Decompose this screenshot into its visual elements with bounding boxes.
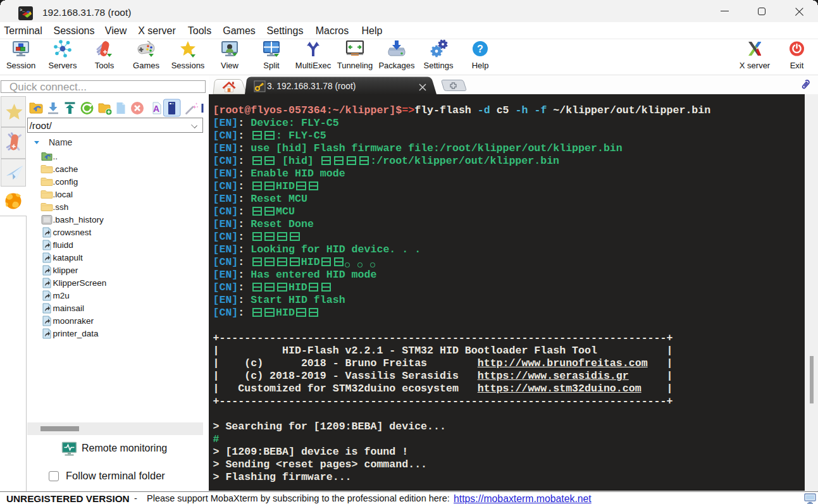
svg-text:A: A (153, 104, 159, 114)
svg-text:?: ? (477, 44, 483, 54)
svg-text:>_: >_ (20, 8, 25, 13)
svg-text:3. 192.168.31.78 (root): 3. 192.168.31.78 (root) (267, 82, 356, 91)
